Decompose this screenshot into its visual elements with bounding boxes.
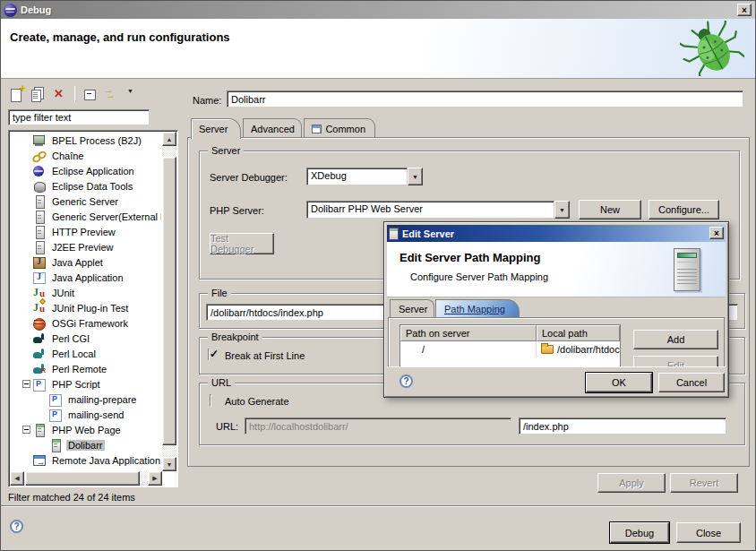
tree-item-generic-server[interactable]: Generic Server <box>10 194 161 209</box>
tree-item-junit-plug-in-test[interactable]: JUnit Plug-in Test <box>10 300 161 315</box>
dialog-tab-path-mapping[interactable]: Path Mapping <box>435 299 520 317</box>
new-config-icon[interactable] <box>8 85 26 103</box>
file-group-title: File <box>208 288 231 298</box>
dialog-tab-server[interactable]: Server <box>390 299 434 317</box>
column-header-local-path[interactable]: Local path <box>537 325 620 341</box>
configure-button[interactable]: Configure... <box>649 200 719 220</box>
ok-button[interactable]: OK <box>586 373 652 392</box>
filter-icon[interactable] <box>102 85 120 103</box>
tree-item-osgi-framework[interactable]: OSGi Framework <box>10 315 161 331</box>
rjava-icon <box>32 453 47 468</box>
tree-item-label: Java Application <box>50 272 125 283</box>
tab-common[interactable]: Common <box>304 118 375 138</box>
tree-item-cha-ne[interactable]: Chaîne <box>10 148 161 163</box>
tree-item-label: mailing-send <box>66 409 125 420</box>
tree-item-label: PHP Script <box>50 379 102 390</box>
tree-item-http-preview[interactable]: HTTP Preview <box>10 224 161 239</box>
tree-vertical-scrollbar[interactable]: ▲ ▼ <box>162 132 176 471</box>
vertical-scroll-thumb[interactable] <box>162 157 176 445</box>
tree-item-j2ee-preview[interactable]: J2EE Preview <box>10 239 161 254</box>
config-toolbar <box>8 83 142 105</box>
tree-item-eclipse-application[interactable]: Eclipse Application <box>10 163 161 178</box>
path-mapping-content: Path on server Local path / /dolibarr/ht… <box>388 317 725 371</box>
duplicate-icon[interactable] <box>30 85 47 103</box>
server-debugger-select[interactable]: XDebug▼ <box>306 168 423 185</box>
tree-item-mailing-prepare[interactable]: mailing-prepare <box>10 392 161 407</box>
collapse-expander-icon[interactable] <box>22 426 30 434</box>
scroll-right-icon[interactable]: ▶ <box>148 471 162 486</box>
auto-generate-checkbox[interactable] <box>210 394 211 407</box>
tree-item-remote-java-application[interactable]: Remote Java Application <box>10 452 161 468</box>
tree-item-php-web-page[interactable]: PHP Web Page <box>10 422 161 437</box>
chevron-down-icon[interactable]: ▼ <box>408 168 423 185</box>
server-group-title: Server <box>208 145 244 156</box>
tab-server[interactable]: Server <box>191 118 241 139</box>
tree-item-perl-remote[interactable]: Perl Remote <box>10 361 161 376</box>
tree-item-perl-cgi[interactable]: Perl CGI <box>10 331 161 346</box>
window-titlebar[interactable]: Debug × <box>1 1 755 19</box>
server-tower-icon <box>674 248 700 291</box>
tree-item-java-application[interactable]: Java Application <box>10 270 161 285</box>
tree-item-dolibarr[interactable]: Dolibarr <box>10 437 161 452</box>
php-server-select[interactable]: Dolibarr PHP Web Server▼ <box>306 201 570 219</box>
tree-item-mailing-send[interactable]: mailing-send <box>10 407 161 422</box>
collapse-expander-icon[interactable] <box>22 380 30 388</box>
horizontal-scroll-thumb[interactable] <box>25 471 140 486</box>
edit-server-close-button[interactable]: × <box>709 227 724 239</box>
debug-configurations-window: Debug × Create, manage, and run configur… <box>0 0 756 551</box>
tab-advanced[interactable]: Advanced <box>243 118 302 138</box>
auto-generate-label: Auto Generate <box>225 396 289 407</box>
break-first-line-label: Break at First Line <box>225 350 305 361</box>
help-icon[interactable]: ? <box>10 520 23 533</box>
close-button[interactable]: Close <box>676 522 741 543</box>
tree-item-generic-server-external-la[interactable]: Generic Server(External La <box>10 209 161 224</box>
tree-item-label: Perl Local <box>50 349 98 359</box>
dialog-help-icon[interactable]: ? <box>399 375 413 388</box>
tree-item-junit[interactable]: JUnit <box>10 285 161 300</box>
filter-input[interactable]: type filter text <box>8 109 150 125</box>
tree-item-label: Eclipse Data Tools <box>50 181 134 192</box>
apply-button[interactable]: Apply <box>597 473 666 493</box>
cancel-button[interactable]: Cancel <box>658 373 725 392</box>
url-path-input[interactable]: /index.php <box>519 418 726 435</box>
table-row[interactable]: / /dolibarr/htdocs <box>400 341 620 357</box>
path-mapping-table[interactable]: Path on server Local path / /dolibarr/ht… <box>399 324 621 371</box>
scroll-left-icon[interactable]: ◀ <box>10 471 24 486</box>
name-input[interactable]: Dolibarr <box>227 90 743 108</box>
scroll-down-icon[interactable]: ▼ <box>162 457 176 471</box>
php-icon <box>48 392 63 407</box>
revert-button[interactable]: Revert <box>670 473 738 493</box>
perl-icon <box>32 347 47 361</box>
junit-icon <box>32 286 47 300</box>
tree-item-eclipse-data-tools[interactable]: Eclipse Data Tools <box>10 178 161 194</box>
tree-horizontal-scrollbar[interactable]: ◀ ▶ <box>10 471 162 486</box>
java-icon <box>32 271 47 285</box>
new-server-button[interactable]: New <box>579 200 641 220</box>
collapse-all-icon[interactable] <box>81 85 99 103</box>
perl-icon <box>32 362 47 376</box>
tree-item-label: Java Applet <box>50 257 105 268</box>
column-header-path-on-server[interactable]: Path on server <box>400 325 537 341</box>
toolbar-separator <box>74 86 75 102</box>
dialog-banner: Create, manage, and run configurations <box>1 19 755 79</box>
tree-item-perl-local[interactable]: Perl Local <box>10 346 161 361</box>
add-button[interactable]: Add <box>633 330 718 349</box>
chevron-down-icon[interactable]: ▼ <box>554 201 570 219</box>
tree-item-java-applet[interactable]: Java Applet <box>10 254 161 270</box>
tree-item-bpel-process-b2j-[interactable]: BPEL Process (B2J) <box>10 133 161 148</box>
php-icon <box>48 408 63 422</box>
footer-separator <box>1 505 755 507</box>
tree-item-label: BPEL Process (B2J) <box>50 135 143 146</box>
break-first-line-checkbox[interactable] <box>208 349 210 361</box>
window-close-button[interactable]: × <box>737 4 752 16</box>
tree-item-label: Perl CGI <box>50 333 91 344</box>
menu-dropdown-icon[interactable] <box>124 85 142 103</box>
test-debugger-button[interactable]: Test Debugger <box>210 233 274 254</box>
tree-item-php-script[interactable]: PHP Script <box>10 376 161 392</box>
debug-button[interactable]: Debug <box>610 522 669 543</box>
tree-item-label: HTTP Preview <box>50 227 117 237</box>
delete-icon[interactable] <box>51 85 69 103</box>
scroll-up-icon[interactable]: ▲ <box>162 132 176 146</box>
edit-server-titlebar[interactable]: Edit Server × <box>387 225 726 242</box>
local-path-cell: /dolibarr/htdocs <box>537 341 620 357</box>
